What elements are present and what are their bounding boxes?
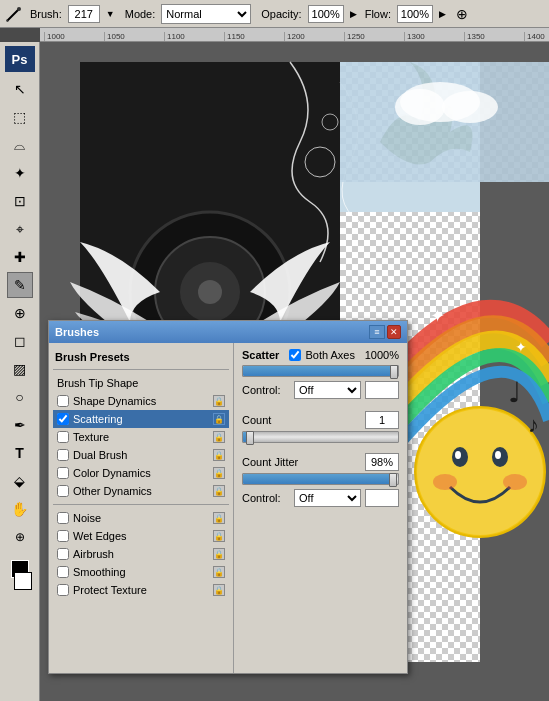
noise-lock: 🔒 — [213, 512, 225, 524]
svg-point-33 — [395, 89, 445, 125]
move-tool[interactable]: ↖ — [7, 76, 33, 102]
count-jitter-slider-thumb[interactable] — [389, 473, 397, 487]
count-jitter-field-row: Count Jitter 98% — [242, 453, 399, 471]
svg-text:♪: ♪ — [528, 412, 539, 437]
svg-point-23 — [495, 451, 501, 459]
scatter-value: 1000% — [359, 349, 399, 361]
panel-title: Brushes — [55, 326, 99, 338]
scattering-checkbox[interactable] — [57, 413, 69, 425]
svg-point-1 — [17, 7, 21, 11]
texture-checkbox[interactable] — [57, 431, 69, 443]
panel-titlebar[interactable]: Brushes ≡ ✕ — [49, 321, 407, 343]
scatter-slider-track[interactable] — [242, 365, 399, 377]
count-value: 1 — [365, 411, 399, 429]
sidebar-item-airbrush[interactable]: Airbrush 🔒 — [53, 545, 229, 563]
sidebar-item-texture[interactable]: Texture 🔒 — [53, 428, 229, 446]
ruler-mark: 1400 — [524, 32, 549, 41]
scatter-slider-thumb[interactable] — [390, 365, 398, 379]
ruler-mark: 1050 — [104, 32, 164, 41]
other-dynamics-checkbox[interactable] — [57, 485, 69, 497]
sidebar-item-other-dynamics[interactable]: Other Dynamics 🔒 — [53, 482, 229, 500]
other-dynamics-lock: 🔒 — [213, 485, 225, 497]
mode-select[interactable]: Normal — [161, 4, 251, 24]
gradient-tool[interactable]: ▨ — [7, 356, 33, 382]
eyedropper-tool[interactable]: ⌖ — [7, 216, 33, 242]
shape-tool[interactable]: ⬙ — [7, 468, 33, 494]
flow-arrow[interactable]: ▶ — [439, 9, 446, 19]
smoothing-checkbox[interactable] — [57, 566, 69, 578]
svg-text:✦: ✦ — [515, 339, 527, 355]
scatter-control-select[interactable]: Off — [294, 381, 361, 399]
count-field-row: Count 1 — [242, 411, 399, 429]
zoom-tool[interactable]: ⊕ — [7, 524, 33, 550]
sidebar-item-smoothing[interactable]: Smoothing 🔒 — [53, 563, 229, 581]
sidebar-item-wet-edges[interactable]: Wet Edges 🔒 — [53, 527, 229, 545]
clone-tool[interactable]: ⊕ — [7, 300, 33, 326]
color-dynamics-lock: 🔒 — [213, 467, 225, 479]
background-color[interactable] — [14, 572, 32, 590]
left-toolbar: Ps ↖ ⬚ ⌓ ✦ ⊡ ⌖ ✚ ✎ ⊕ ◻ ▨ ○ ✒ T ⬙ ✋ ⊕ — [0, 42, 40, 701]
ruler-mark: 1350 — [464, 32, 524, 41]
scatter-slider-container[interactable] — [242, 365, 399, 377]
flow-input[interactable] — [397, 5, 433, 23]
hand-tool[interactable]: ✋ — [7, 496, 33, 522]
ruler-mark: 1150 — [224, 32, 284, 41]
count-slider-track[interactable] — [242, 431, 399, 443]
panel-close-button[interactable]: ✕ — [387, 325, 401, 339]
sidebar-item-color-dynamics[interactable]: Color Dynamics 🔒 — [53, 464, 229, 482]
shape-dynamics-checkbox[interactable] — [57, 395, 69, 407]
sidebar-item-shape-dynamics[interactable]: Shape Dynamics 🔒 — [53, 392, 229, 410]
smoothing-lock: 🔒 — [213, 566, 225, 578]
ruler-mark: 1100 — [164, 32, 224, 41]
main-toolbar: Brush: ▼ Mode: Normal Opacity: ▶ Flow: ▶… — [0, 0, 549, 28]
eraser-tool[interactable]: ◻ — [7, 328, 33, 354]
sidebar-divider-2 — [53, 504, 229, 505]
both-axes-checkbox[interactable] — [289, 349, 301, 361]
svg-point-34 — [442, 91, 498, 123]
dodge-tool[interactable]: ○ — [7, 384, 33, 410]
ruler-mark: 1250 — [344, 32, 404, 41]
healing-tool[interactable]: ✚ — [7, 244, 33, 270]
magic-wand-tool[interactable]: ✦ — [7, 160, 33, 186]
brushes-panel: Brushes ≡ ✕ Brush Presets Brush Tip Shap… — [48, 320, 408, 674]
noise-checkbox[interactable] — [57, 512, 69, 524]
brush-picker-icon[interactable]: ▼ — [106, 9, 115, 19]
ruler-mark: 1200 — [284, 32, 344, 41]
brush-size-input[interactable] — [68, 5, 100, 23]
airbrush-lock: 🔒 — [213, 548, 225, 560]
sidebar-item-brush-tip-shape[interactable]: Brush Tip Shape — [53, 374, 229, 392]
count-slider-thumb[interactable] — [246, 431, 254, 445]
type-tool[interactable]: T — [7, 440, 33, 466]
panel-menu-button[interactable]: ≡ — [369, 325, 385, 339]
sidebar-item-noise[interactable]: Noise 🔒 — [53, 509, 229, 527]
ruler-mark: 1000 — [44, 32, 104, 41]
count-jitter-control-select[interactable]: Off — [294, 489, 361, 507]
pen-tool[interactable]: ✒ — [7, 412, 33, 438]
brush-tool[interactable]: ✎ — [7, 272, 33, 298]
sidebar-item-scattering[interactable]: Scattering 🔒 — [53, 410, 229, 428]
svg-point-25 — [503, 474, 527, 490]
photoshop-logo: Ps — [5, 46, 35, 72]
wet-edges-checkbox[interactable] — [57, 530, 69, 542]
color-dynamics-checkbox[interactable] — [57, 467, 69, 479]
svg-point-15 — [198, 280, 222, 304]
count-jitter-slider-container[interactable] — [242, 473, 399, 485]
scattering-lock: 🔒 — [213, 413, 225, 425]
count-jitter-control-label: Control: — [242, 492, 290, 504]
airbrush-toggle[interactable]: ⊕ — [456, 6, 468, 22]
brush-presets-title: Brush Presets — [53, 347, 229, 365]
dual-brush-checkbox[interactable] — [57, 449, 69, 461]
sidebar-item-protect-texture[interactable]: Protect Texture 🔒 — [53, 581, 229, 599]
opacity-input[interactable] — [308, 5, 344, 23]
wet-edges-lock: 🔒 — [213, 530, 225, 542]
mode-label: Mode: — [125, 8, 156, 20]
airbrush-checkbox[interactable] — [57, 548, 69, 560]
opacity-arrow[interactable]: ▶ — [350, 9, 357, 19]
marquee-tool[interactable]: ⬚ — [7, 104, 33, 130]
count-jitter-slider-track[interactable] — [242, 473, 399, 485]
crop-tool[interactable]: ⊡ — [7, 188, 33, 214]
lasso-tool[interactable]: ⌓ — [7, 132, 33, 158]
sidebar-item-dual-brush[interactable]: Dual Brush 🔒 — [53, 446, 229, 464]
count-slider-container[interactable] — [242, 431, 399, 443]
protect-texture-checkbox[interactable] — [57, 584, 69, 596]
